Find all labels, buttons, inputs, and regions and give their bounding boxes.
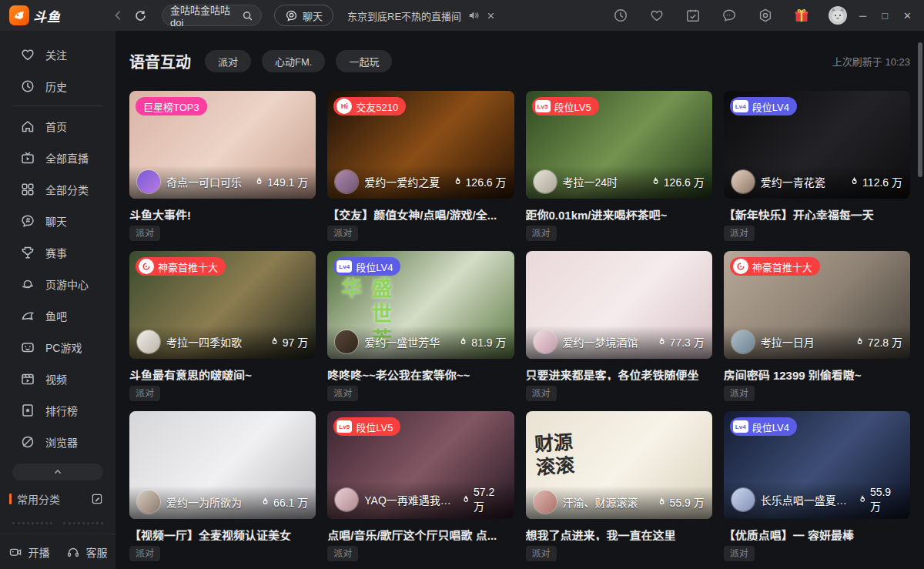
live-card[interactable]: 巨星榜TOP3 奇点一可口可乐 149.1 万 斗鱼大事件! 派对 xyxy=(129,91,316,243)
category-tag[interactable]: 派对 xyxy=(129,386,160,401)
live-card-title[interactable]: 咚咚咚~~老公我在家等你~~ xyxy=(327,367,514,380)
streamer-avatar xyxy=(137,490,160,514)
favorites-icon[interactable] xyxy=(646,5,668,26)
live-card-title[interactable]: 距你0.01km/进来喝杯茶吧~ xyxy=(526,206,712,220)
sidebar-item-video[interactable]: 视频 xyxy=(0,363,116,394)
live-card-thumbnail[interactable]: Lv5 段位LV5 YAQ一再难遇我点... 57.2 万 xyxy=(327,411,514,519)
sidebar-item-home[interactable]: 首页 xyxy=(0,110,116,142)
live-card-title[interactable]: 【优质点唱】一 容妍最棒 xyxy=(724,527,910,541)
sidebar-item-pcgames[interactable]: PC游戏 xyxy=(0,331,116,363)
user-avatar[interactable] xyxy=(827,5,849,26)
refresh-icon[interactable] xyxy=(129,5,151,26)
sidebar-item-categories[interactable]: 全部分类 xyxy=(0,173,116,205)
live-card[interactable]: 爱约一为所欲为 66.1 万 【视频一厅】全麦视频认证美女 派对 xyxy=(129,411,316,563)
streamer-avatar xyxy=(335,170,358,193)
category-tag[interactable]: 派对 xyxy=(129,226,160,241)
category-tag[interactable]: 派对 xyxy=(526,226,557,241)
live-card[interactable]: Hi 交友5210 爱约一爱约之夏 126.6 万 【交友】颜值女神/点唱/游戏… xyxy=(327,91,514,243)
sidebar-item-esports[interactable]: 赛事 xyxy=(0,236,116,268)
live-room-tab[interactable]: 东京到底RE不热的直播间 xyxy=(347,8,496,23)
live-card[interactable]: 爱约一梦境酒馆 77.3 万 只要进来都是客，各位老铁随便坐 派对 xyxy=(526,251,712,403)
category-tag[interactable]: 派对 xyxy=(724,226,755,241)
sidebar-item-label: PC游戏 xyxy=(45,340,82,355)
category-tab-1[interactable]: 心动FM. xyxy=(262,50,325,72)
edit-categories-icon[interactable] xyxy=(91,493,103,505)
viewer-count-value: 149.1 万 xyxy=(267,174,308,189)
category-tag[interactable]: 派对 xyxy=(327,546,358,561)
streamer-avatar xyxy=(335,330,358,353)
live-card-thumbnail[interactable]: 神豪首推十大 考拉一日月 72.8 万 xyxy=(724,251,910,359)
history-icon[interactable] xyxy=(610,5,631,26)
sidebar-collapse-button[interactable] xyxy=(12,464,103,480)
maximize-button[interactable]: □ xyxy=(882,10,888,22)
live-card[interactable]: 神豪首推十大 考拉一日月 72.8 万 房间密码 12399 别偷看嗷~ 派对 xyxy=(724,251,910,403)
category-tag[interactable]: 派对 xyxy=(526,546,557,561)
category-tag[interactable]: 派对 xyxy=(724,546,755,561)
search-input[interactable]: 金咕咕金咕咕doi xyxy=(162,5,262,26)
live-card-title[interactable]: 想我了点进来，我一直在这里 xyxy=(526,527,712,541)
sound-icon[interactable] xyxy=(467,9,480,22)
back-icon[interactable] xyxy=(108,5,129,26)
close-tab-icon[interactable] xyxy=(486,11,496,21)
scrollbar-thumb[interactable] xyxy=(918,42,922,177)
live-card-thumbnail[interactable]: 神豪首推十大 考拉一四季如歌 97 万 xyxy=(129,251,316,359)
sidebar-item-follow[interactable]: 关注 xyxy=(0,38,116,70)
sidebar-item-all-live[interactable]: 全部直播 xyxy=(0,142,116,173)
live-card-title[interactable]: 房间密码 12399 别偷看嗷~ xyxy=(724,367,910,380)
live-card-thumbnail[interactable]: 爱约一为所欲为 66.1 万 xyxy=(129,411,316,519)
chat-button[interactable]: 聊天 xyxy=(274,5,333,26)
badge-icon: Hi xyxy=(336,99,352,114)
live-card-thumbnail[interactable]: Lv5 段位LV5 考拉一24时 126.6 万 xyxy=(526,91,712,199)
sidebar-item-history[interactable]: 历史 xyxy=(0,70,116,102)
live-card-title[interactable]: 只要进来都是客，各位老铁随便坐 xyxy=(526,367,712,380)
live-card-title[interactable]: 斗鱼大事件! xyxy=(129,206,316,220)
service-button[interactable]: 客服 xyxy=(58,534,116,569)
broadcast-button[interactable]: 开播 xyxy=(0,534,58,569)
live-card-thumbnail[interactable]: Lv4 段位LV4 爱约一青花瓷 112.6 万 xyxy=(724,91,910,199)
main-content: 语音互动 派对心动FM.一起玩 上次刷新于 10:23 巨星榜TOP3 奇点一可… xyxy=(116,31,924,569)
category-tag[interactable]: 派对 xyxy=(724,386,755,401)
main-header: 语音互动 派对心动FM.一起玩 上次刷新于 10:23 xyxy=(129,46,910,75)
minimize-button[interactable]: ─ xyxy=(859,10,866,22)
live-card-title[interactable]: 【视频一厅】全麦视频认证美女 xyxy=(129,527,316,541)
category-tab-2[interactable]: 一起玩 xyxy=(336,50,392,72)
category-tag[interactable]: 派对 xyxy=(327,226,358,241)
live-card-thumbnail[interactable]: 巨星榜TOP3 奇点一可口可乐 149.1 万 xyxy=(129,91,316,199)
live-card-thumbnail[interactable]: Lv4 段位LV4 长乐点唱一盛夏光年 55.9 万 xyxy=(724,411,910,519)
sidebar-item-ranking[interactable]: 排行榜 xyxy=(0,394,116,426)
live-card[interactable]: Lv4 段位LV4 盛世芳华 爱约一盛世芳华 81.9 万 咚咚咚~~老公我在家… xyxy=(327,251,514,403)
live-card-title[interactable]: 点唱/音乐/歌厅这个厅只唱歌 点... xyxy=(327,527,514,541)
search-icon[interactable] xyxy=(242,10,253,22)
viewer-count: 55.9 万 xyxy=(858,486,902,514)
sidebar-item-webgames[interactable]: 页游中心 xyxy=(0,268,116,300)
sidebar-item-yuba[interactable]: 鱼吧 xyxy=(0,300,116,331)
live-card-title[interactable]: 【交友】颜值女神/点唱/游戏/全... xyxy=(327,206,514,220)
live-card[interactable]: Lv5 段位LV5 考拉一24时 126.6 万 距你0.01km/进来喝杯茶吧… xyxy=(526,91,712,243)
streamer-avatar xyxy=(732,330,755,353)
live-card-thumbnail[interactable]: Hi 交友5210 爱约一爱约之夏 126.6 万 xyxy=(327,91,514,199)
live-card[interactable]: Lv5 段位LV5 YAQ一再难遇我点... 57.2 万 点唱/音乐/歌厅这个… xyxy=(327,411,514,563)
live-card-title[interactable]: 【新年快乐】开心幸福每一天 xyxy=(724,206,910,220)
category-tag[interactable]: 派对 xyxy=(526,386,557,401)
live-card-thumbnail[interactable]: 财源滚滚 汗渝、财源滚滚 55.9 万 xyxy=(526,411,712,519)
sidebar-item-browser[interactable]: 浏览器 xyxy=(0,426,116,457)
sidebar-item-chat[interactable]: 聊天 xyxy=(0,205,116,236)
settings-icon[interactable] xyxy=(755,5,776,26)
live-card-thumbnail[interactable]: 爱约一梦境酒馆 77.3 万 xyxy=(526,251,712,359)
live-card-thumbnail[interactable]: Lv4 段位LV4 盛世芳华 爱约一盛世芳华 81.9 万 xyxy=(327,251,514,359)
douyu-logo[interactable]: 斗鱼 xyxy=(9,5,108,25)
live-card[interactable]: 财源滚滚 汗渝、财源滚滚 55.9 万 想我了点进来，我一直在这里 派对 xyxy=(526,411,712,563)
category-tag[interactable]: 派对 xyxy=(129,546,160,561)
live-card-title[interactable]: 斗鱼最有意思的啵啵间~ xyxy=(129,367,316,380)
pcgames-icon xyxy=(20,340,35,355)
live-card[interactable]: Lv4 段位LV4 爱约一青花瓷 112.6 万 【新年快乐】开心幸福每一天 派… xyxy=(724,91,910,243)
gift-icon[interactable] xyxy=(791,5,812,26)
category-tag[interactable]: 派对 xyxy=(327,386,358,401)
live-card[interactable]: Lv4 段位LV4 长乐点唱一盛夏光年 55.9 万 【优质点唱】一 容妍最棒 … xyxy=(724,411,910,563)
messages-icon[interactable] xyxy=(718,5,740,26)
close-button[interactable]: ✕ xyxy=(903,10,912,22)
live-card[interactable]: 神豪首推十大 考拉一四季如歌 97 万 斗鱼最有意思的啵啵间~ 派对 xyxy=(129,251,316,403)
category-tab-0[interactable]: 派对 xyxy=(205,50,251,72)
calendar-icon[interactable] xyxy=(682,5,704,26)
streamer-avatar xyxy=(732,170,755,193)
